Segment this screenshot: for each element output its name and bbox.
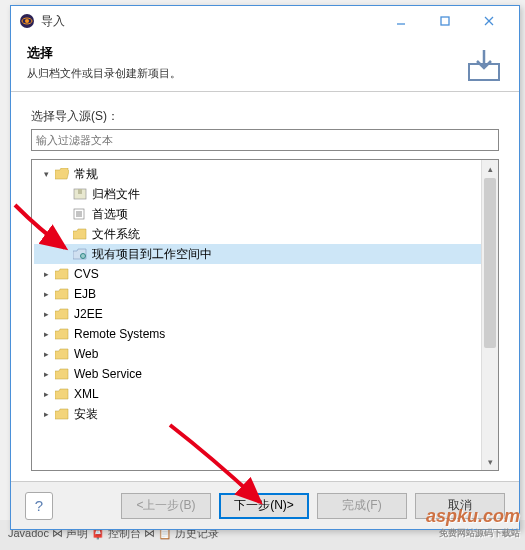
chevron-right-icon[interactable]: ▸ [40, 408, 52, 420]
chevron-right-icon[interactable]: ▸ [40, 368, 52, 380]
tree-label: 安装 [74, 406, 98, 423]
tree-node[interactable]: ▸Remote Systems [34, 324, 496, 344]
prefs-icon [72, 207, 88, 221]
page-title: 选择 [27, 44, 503, 62]
tree-label: 归档文件 [92, 186, 140, 203]
folder-icon [54, 407, 70, 421]
tree-label: 首选项 [92, 206, 128, 223]
tree-node[interactable]: ▸Web [34, 344, 496, 364]
folder-icon [72, 227, 88, 241]
chevron-right-icon[interactable]: ▸ [40, 348, 52, 360]
tree-label: 常规 [74, 166, 98, 183]
tree-node[interactable]: ▸XML [34, 384, 496, 404]
tree-node[interactable]: ▸安装 [34, 404, 496, 424]
import-wizard-icon [463, 44, 505, 90]
chevron-right-icon[interactable]: ▸ [40, 288, 52, 300]
tree-label: Web Service [74, 367, 142, 381]
tree-label: 现有项目到工作空间中 [92, 246, 212, 263]
chevron-right-icon[interactable]: ▸ [40, 388, 52, 400]
close-button[interactable] [467, 7, 511, 35]
svg-rect-9 [78, 189, 82, 194]
tree-node-general[interactable]: ▾ 常规 [34, 164, 496, 184]
chevron-down-icon[interactable]: ▾ [40, 168, 52, 180]
folder-icon [54, 367, 70, 381]
page-subtitle: 从归档文件或目录创建新项目。 [27, 66, 503, 81]
help-button[interactable]: ? [25, 492, 53, 520]
window-title: 导入 [41, 13, 379, 30]
tree-node[interactable]: ▸EJB [34, 284, 496, 304]
scroll-up-icon[interactable]: ▴ [482, 160, 498, 177]
svg-point-2 [25, 19, 29, 23]
eclipse-icon [19, 13, 35, 29]
chevron-right-icon[interactable]: ▸ [40, 268, 52, 280]
tree-leaf-existing-projects[interactable]: 现有项目到工作空间中 [34, 244, 496, 264]
back-button[interactable]: <上一步(B) [121, 493, 211, 519]
import-source-tree[interactable]: ▾ 常规 归档文件 首选项 文件系统 [31, 159, 499, 471]
svg-point-14 [81, 254, 86, 259]
tree-label: J2EE [74, 307, 103, 321]
filter-input[interactable] [31, 129, 499, 151]
tree-node[interactable]: ▸CVS [34, 264, 496, 284]
tree-label: EJB [74, 287, 96, 301]
tree-label: XML [74, 387, 99, 401]
next-button[interactable]: 下一步(N)> [219, 493, 309, 519]
folder-icon [54, 287, 70, 301]
folder-icon [54, 267, 70, 281]
minimize-button[interactable] [379, 7, 423, 35]
scroll-down-icon[interactable]: ▾ [482, 453, 498, 470]
folder-icon [54, 387, 70, 401]
tree-label: CVS [74, 267, 99, 281]
chevron-right-icon[interactable]: ▸ [40, 328, 52, 340]
wizard-header: 选择 从归档文件或目录创建新项目。 [11, 36, 519, 92]
folder-icon [54, 307, 70, 321]
watermark: aspku.com 免费网站源码下载站 [426, 506, 520, 540]
tree-leaf-filesystem[interactable]: 文件系统 [34, 224, 496, 244]
scroll-thumb[interactable] [484, 178, 496, 348]
folder-icon [54, 327, 70, 341]
import-dialog: 导入 选择 从归档文件或目录创建新项目。 选择导入源(S)： ▾ 常规 [10, 5, 520, 530]
tree-scrollbar[interactable]: ▴ ▾ [481, 160, 498, 470]
project-icon [72, 247, 88, 261]
titlebar: 导入 [11, 6, 519, 36]
tree-label: Web [74, 347, 98, 361]
tree-leaf-prefs[interactable]: 首选项 [34, 204, 496, 224]
tree-node[interactable]: ▸J2EE [34, 304, 496, 324]
folder-open-icon [54, 167, 70, 181]
archive-icon [72, 187, 88, 201]
chevron-right-icon[interactable]: ▸ [40, 308, 52, 320]
tree-label: 文件系统 [92, 226, 140, 243]
svg-rect-4 [441, 17, 449, 25]
tree-label: Remote Systems [74, 327, 165, 341]
folder-icon [54, 347, 70, 361]
maximize-button[interactable] [423, 7, 467, 35]
tree-node[interactable]: ▸Web Service [34, 364, 496, 384]
finish-button[interactable]: 完成(F) [317, 493, 407, 519]
wizard-body: 选择导入源(S)： ▾ 常规 归档文件 首选项 [11, 92, 519, 481]
source-label: 选择导入源(S)： [31, 108, 499, 125]
tree-leaf-archive[interactable]: 归档文件 [34, 184, 496, 204]
help-icon: ? [35, 497, 43, 514]
